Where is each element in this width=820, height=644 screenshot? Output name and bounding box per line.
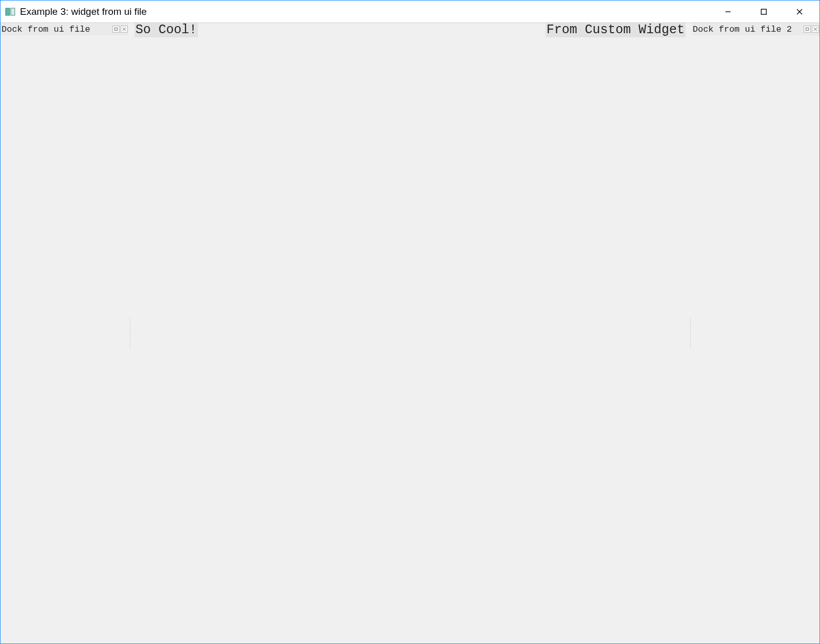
splitter-handle-icon bbox=[690, 318, 691, 349]
dock-left-close-button[interactable] bbox=[121, 26, 128, 33]
svg-rect-0 bbox=[6, 8, 10, 15]
main-window: Example 3: widget from ui file Dock from… bbox=[0, 0, 820, 644]
central-widget: So Cool! From Custom Widget bbox=[131, 23, 689, 643]
svg-rect-1 bbox=[11, 8, 15, 15]
splitter-right[interactable] bbox=[689, 23, 692, 643]
splitter-handle-icon bbox=[129, 318, 131, 349]
dock-right-title: Dock from ui file 2 bbox=[693, 25, 803, 34]
dock-left-titlebar[interactable]: Dock from ui file bbox=[1, 23, 128, 35]
dock-right-content bbox=[692, 35, 819, 643]
titlebar[interactable]: Example 3: widget from ui file bbox=[1, 1, 819, 23]
dock-left-title: Dock from ui file bbox=[2, 25, 112, 34]
dock-right: Dock from ui file 2 bbox=[692, 23, 819, 643]
maximize-button[interactable] bbox=[746, 1, 782, 22]
window-title: Example 3: widget from ui file bbox=[20, 6, 710, 17]
client-area: Dock from ui file So Cool! bbox=[1, 23, 819, 643]
minimize-button[interactable] bbox=[710, 1, 746, 22]
app-icon bbox=[5, 6, 16, 17]
central-header-row: So Cool! From Custom Widget bbox=[131, 23, 689, 38]
dock-right-float-button[interactable] bbox=[804, 26, 811, 33]
svg-rect-9 bbox=[806, 28, 809, 31]
dock-right-titlebar[interactable]: Dock from ui file 2 bbox=[692, 23, 819, 35]
central-label-left: So Cool! bbox=[134, 23, 198, 37]
dock-right-close-button[interactable] bbox=[812, 26, 819, 33]
dock-left-content bbox=[1, 35, 128, 643]
dock-left-float-button[interactable] bbox=[112, 26, 120, 33]
svg-rect-3 bbox=[761, 9, 766, 14]
svg-rect-6 bbox=[115, 28, 118, 31]
close-button[interactable] bbox=[782, 1, 817, 22]
central-label-right: From Custom Widget bbox=[545, 23, 686, 37]
window-controls bbox=[710, 1, 817, 22]
dock-left: Dock from ui file bbox=[1, 23, 128, 643]
